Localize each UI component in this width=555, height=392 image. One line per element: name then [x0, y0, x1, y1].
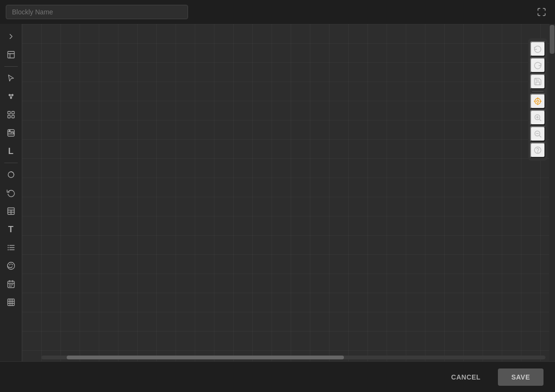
help-button[interactable] — [530, 143, 545, 158]
refresh-icon — [7, 189, 15, 197]
sidebar-item-refresh[interactable] — [2, 184, 20, 202]
sidebar-item-palette[interactable] — [2, 257, 20, 274]
zoom-in-icon — [533, 113, 542, 122]
save-icon — [533, 77, 542, 86]
scrollbar-thumb — [67, 356, 344, 359]
canvas-grid — [22, 24, 555, 361]
sidebar-item-label[interactable]: L — [2, 143, 20, 160]
target-icon — [533, 97, 542, 106]
list-icon — [7, 243, 15, 252]
main-area: L — [0, 24, 555, 361]
svg-point-17 — [9, 130, 10, 131]
svg-point-29 — [9, 264, 10, 265]
svg-rect-10 — [12, 111, 14, 114]
svg-point-30 — [10, 263, 11, 264]
canvas-area[interactable] — [22, 24, 555, 361]
sidebar-item-circle[interactable] — [2, 166, 20, 183]
svg-point-31 — [12, 264, 12, 265]
sidebar-item-list[interactable] — [2, 239, 20, 256]
sidebar-item-image[interactable] — [2, 124, 20, 142]
letter-l-icon: L — [8, 146, 13, 156]
sidebar-item-blocks[interactable] — [2, 106, 20, 123]
svg-rect-41 — [8, 299, 14, 306]
sidebar-item-text[interactable]: T — [2, 221, 20, 238]
header — [0, 0, 555, 24]
svg-line-53 — [539, 119, 541, 120]
vertical-scrollbar[interactable] — [549, 24, 555, 361]
svg-point-26 — [7, 245, 8, 246]
table2-icon — [7, 207, 15, 215]
redo-button[interactable] — [530, 58, 545, 73]
sidebar-item-table2[interactable] — [2, 202, 20, 220]
left-sidebar: L — [0, 24, 22, 361]
image-icon — [7, 129, 15, 137]
zoom-in-button[interactable] — [530, 110, 545, 125]
grid-blocks-icon — [7, 110, 15, 119]
expand-icon — [537, 7, 546, 17]
sidebar-item-select[interactable] — [2, 70, 20, 87]
sidebar-item-navigate[interactable] — [2, 28, 20, 45]
svg-rect-12 — [12, 116, 14, 118]
arrow-right-icon — [7, 32, 15, 41]
right-toolbar — [528, 38, 547, 161]
svg-point-27 — [7, 247, 8, 248]
undo-icon — [533, 45, 542, 53]
svg-point-47 — [537, 100, 539, 103]
blockly-name-input[interactable] — [6, 5, 188, 19]
scrollbar-track — [41, 356, 545, 359]
horizontal-scrollbar[interactable] — [41, 356, 545, 359]
app-container: L — [0, 0, 555, 392]
undo-button[interactable] — [530, 41, 545, 57]
sidebar-item-grid[interactable] — [2, 294, 20, 311]
sidebar-item-calendar[interactable] — [2, 275, 20, 293]
svg-rect-9 — [8, 111, 10, 114]
zoom-out-icon — [533, 130, 542, 138]
footer: CANCEL SAVE — [0, 361, 555, 392]
triangle-icon — [7, 92, 15, 101]
calendar-icon — [7, 280, 15, 288]
cursor-icon — [7, 74, 15, 83]
sidebar-item-table[interactable] — [2, 46, 20, 63]
sidebar-sep-1 — [4, 66, 18, 67]
svg-line-57 — [539, 135, 541, 137]
circle-icon — [7, 170, 15, 179]
table-icon — [7, 50, 15, 59]
svg-point-28 — [7, 249, 8, 250]
center-button[interactable] — [530, 94, 545, 109]
expand-button[interactable] — [534, 4, 549, 20]
palette-icon — [7, 261, 15, 270]
sidebar-item-shape[interactable] — [2, 88, 20, 105]
save-canvas-button[interactable] — [530, 74, 545, 89]
text-t-icon: T — [8, 225, 13, 235]
redo-icon — [533, 61, 542, 70]
svg-rect-11 — [8, 116, 10, 118]
cancel-button[interactable]: CANCEL — [440, 368, 492, 386]
grid-icon — [7, 298, 15, 307]
zoom-out-button[interactable] — [530, 126, 545, 142]
save-button[interactable]: SAVE — [498, 368, 543, 386]
svg-rect-0 — [8, 51, 14, 58]
toolbar-sep — [532, 91, 543, 92]
help-icon — [533, 146, 542, 154]
v-scrollbar-thumb — [550, 25, 555, 54]
sidebar-sep-2 — [4, 163, 18, 163]
